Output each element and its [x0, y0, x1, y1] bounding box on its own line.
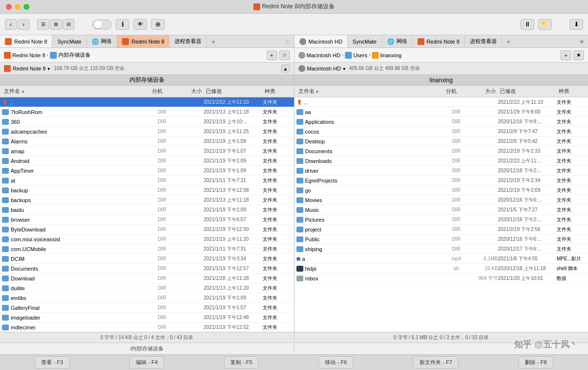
- tab-network-right[interactable]: 🌐 网络: [382, 35, 413, 47]
- file-row[interactable]: EgretProjectsDIR2021/2/19 下午2:34文件夹: [294, 176, 588, 185]
- file-row[interactable]: com.miui.voiceassistDIR2021/1/19 上午11:20…: [0, 234, 294, 244]
- file-row[interactable]: aaDIR2021/1/29 下午8:00文件夹: [294, 107, 588, 117]
- file-row[interactable]: adcampcachesDIR2021/1/19 上午11:25文件夹: [0, 127, 294, 137]
- file-row[interactable]: PublicDIR2020/12/16 下午6:...文件夹: [294, 234, 588, 244]
- file-row[interactable]: DocumentsDIR2021/2/19 下午2:33文件夹: [294, 146, 588, 156]
- tab-redmi-right[interactable]: Redmi Note 8: [413, 35, 465, 47]
- file-row[interactable]: mdtecimeiDIR2021/1/19 下午12:52文件夹: [0, 323, 294, 332]
- maximize-button[interactable]: [24, 4, 29, 10]
- forward-button[interactable]: ›: [18, 19, 29, 30]
- left-col-modified[interactable]: 已修改: [204, 88, 263, 95]
- back-button[interactable]: ‹: [5, 19, 17, 30]
- file-row[interactable]: backupDIR2021/1/13 下午12:58文件夹: [0, 185, 294, 195]
- file-row[interactable]: DCIMDIR2021/1/19 下午3:34文件夹: [0, 254, 294, 264]
- left-col-partition[interactable]: 分机: [150, 88, 174, 95]
- right-device-selector[interactable]: Macintosh HD ▾: [298, 65, 345, 72]
- left-file-list[interactable]: ⬆..2021/2/22 上午11:10文件夹7toRushRomDIR2021…: [0, 97, 294, 332]
- tab-redmi-left2[interactable]: Redmi Note 8: [117, 35, 170, 47]
- tab-syncmate-left[interactable]: SyncMate: [52, 35, 87, 47]
- file-row[interactable]: projectDIR2021/2/19 下午2:56文件夹: [294, 225, 588, 234]
- file-row[interactable]: amp46.1MB2021/1/8 下午4:55MPE...影片: [294, 254, 588, 264]
- newfolder-action-button[interactable]: 新文件夹 - F7: [413, 356, 459, 369]
- file-row[interactable]: imageloaderDIR2021/1/19 下午12:48文件夹: [0, 313, 294, 323]
- close-button[interactable]: [6, 4, 12, 10]
- folder-button[interactable]: 📁: [538, 19, 552, 30]
- delete-action-button[interactable]: 删除 - F8: [518, 356, 553, 369]
- file-row[interactable]: MusicDIR2021/1/5 下午7:27文件夹: [294, 205, 588, 215]
- tab-macintosh-hd-right[interactable]: Macintosh HD: [294, 35, 348, 47]
- right-col-modified[interactable]: 已修改: [498, 88, 557, 95]
- file-row[interactable]: browserDIR2021/1/19 下午6:07文件夹: [0, 215, 294, 225]
- file-row[interactable]: hidpish19 KB2020/12/18 上午11:18shell 脚本: [294, 264, 588, 274]
- file-row[interactable]: amapDIR2021/1/19 下午1:07文件夹: [0, 146, 294, 156]
- add-tab-left[interactable]: +: [207, 35, 220, 47]
- eye-button[interactable]: 👁: [133, 19, 147, 30]
- file-row[interactable]: baiduDIR2021/1/19 下午1:09文件夹: [0, 205, 294, 215]
- folder-icon: [296, 148, 303, 154]
- file-row[interactable]: emlibsDIR2021/1/19 下午1:09文件夹: [0, 293, 294, 303]
- file-row[interactable]: DownloadsDIR2021/2/22 上午11:...文件夹: [294, 156, 588, 166]
- file-partition-cell: DIR: [150, 315, 174, 320]
- file-row[interactable]: AndroidDIR2021/1/19 下午1:09文件夹: [0, 156, 294, 166]
- list-view-button[interactable]: ☰: [37, 19, 49, 30]
- star-tab-left[interactable]: ☆: [281, 35, 294, 47]
- file-row[interactable]: AppTimerDIR2021/1/19 下午1:09文件夹: [0, 166, 294, 176]
- file-row[interactable]: ⬆..2021/2/22 上午11:10文件夹: [294, 97, 588, 107]
- file-row[interactable]: ⬆..2021/2/22 上午11:10文件夹: [0, 97, 294, 107]
- copy-action-button[interactable]: 复制 - F5: [224, 356, 259, 369]
- file-row[interactable]: mbox964 字节2021/1/20 上午10:01数据: [294, 274, 588, 283]
- file-row[interactable]: DesktopDIR2021/2/5 下午5:42文件夹: [294, 137, 588, 146]
- file-row[interactable]: goDIR2021/2/19 下午2:09文件夹: [294, 185, 588, 195]
- file-row[interactable]: DocumentsDIR2021/1/19 下午12:57文件夹: [0, 264, 294, 274]
- file-row[interactable]: com.UCMobileDIR2021/1/11 下午7:31文件夹: [0, 244, 294, 254]
- file-row[interactable]: ByteDownloadDIR2021/1/19 下午12:50文件夹: [0, 225, 294, 234]
- file-row[interactable]: cocosDIR2021/2/9 下午7:47文件夹: [294, 127, 588, 137]
- download-button[interactable]: ⬇: [569, 19, 583, 30]
- pause-button[interactable]: ⏸: [520, 19, 534, 30]
- minimize-button[interactable]: [15, 4, 21, 10]
- right-addr-plus[interactable]: +: [561, 50, 571, 60]
- tab-network-left[interactable]: 🌐 网络: [87, 35, 117, 47]
- left-col-type[interactable]: 种类: [263, 88, 292, 95]
- left-expand-btn[interactable]: ▲: [281, 65, 290, 72]
- detail-view-button[interactable]: ⊞: [50, 19, 62, 30]
- add-tab-right[interactable]: +: [502, 35, 515, 47]
- file-row[interactable]: backupsDIR2021/1/13 上午11:18文件夹: [0, 195, 294, 205]
- left-addr-plus[interactable]: +: [267, 50, 277, 60]
- edit-action-button[interactable]: 编辑 - F4: [129, 356, 164, 369]
- left-col-name[interactable]: 文件名 ▲: [2, 88, 150, 95]
- file-row[interactable]: GalleryFinalDIR2021/1/19 下午1:07文件夹: [0, 303, 294, 313]
- view-action-button[interactable]: 查看 - F3: [35, 356, 70, 369]
- tab-process-left[interactable]: 进程查看器: [170, 35, 207, 47]
- file-row[interactable]: duiliteDIR2021/1/13 上午11:20文件夹: [0, 283, 294, 293]
- file-row[interactable]: AlarmsDIR2021/1/19 上午1:09文件夹: [0, 137, 294, 146]
- icon-view-button[interactable]: ⊟: [63, 19, 74, 30]
- file-row[interactable]: 7toRushRomDIR2021/1/13 上午11:18文件夹: [0, 107, 294, 117]
- tab-syncmate-right[interactable]: SyncMate: [348, 35, 382, 47]
- file-row[interactable]: PicturesDIR2020/12/16 下午2:...文件夹: [294, 215, 588, 225]
- info-button[interactable]: ℹ: [116, 19, 129, 30]
- move-action-button[interactable]: 移动 - F6: [318, 356, 353, 369]
- file-row[interactable]: atDIR2021/1/11 下午7:31文件夹: [0, 176, 294, 185]
- right-col-type[interactable]: 种类: [557, 88, 586, 95]
- file-row[interactable]: ApplicationsDIR2020/12/16 下午8:...文件夹: [294, 117, 588, 127]
- file-row[interactable]: MoviesDIR2020/12/16 下午6:...文件夹: [294, 195, 588, 205]
- right-file-list[interactable]: ⬆..2021/2/22 上午11:10文件夹aaDIR2021/1/29 下午…: [294, 97, 588, 332]
- link-button[interactable]: ⊕: [151, 19, 165, 30]
- file-row[interactable]: driverDIR2020/12/18 下午2:...文件夹: [294, 166, 588, 176]
- sync-toggle[interactable]: [92, 20, 112, 29]
- star-tab-right[interactable]: ★: [575, 35, 588, 47]
- right-col-partition[interactable]: 分机: [444, 88, 468, 95]
- right-addr-star[interactable]: ★: [573, 50, 584, 60]
- right-col-size[interactable]: 大小: [468, 88, 498, 95]
- right-col-name[interactable]: 文件名 ▲: [296, 88, 444, 95]
- left-addr-star[interactable]: ☆: [279, 50, 290, 60]
- tab-redmi-note8-left[interactable]: Redmi Note 8: [0, 35, 52, 47]
- tab-process-right[interactable]: 进程查看器: [465, 35, 502, 47]
- left-col-size[interactable]: 大小: [174, 88, 204, 95]
- file-name-cell: imageloader: [2, 315, 150, 321]
- file-row[interactable]: shipingDIR2020/12/17 下午6:...文件夹: [294, 244, 588, 254]
- file-row[interactable]: DownloadDIR2021/1/28 上午11:28文件夹: [0, 274, 294, 283]
- file-row[interactable]: 360DIR2021/1/19 上午10:...文件夹: [0, 117, 294, 127]
- left-device-selector[interactable]: Redmi Note 8 ▾: [4, 65, 50, 72]
